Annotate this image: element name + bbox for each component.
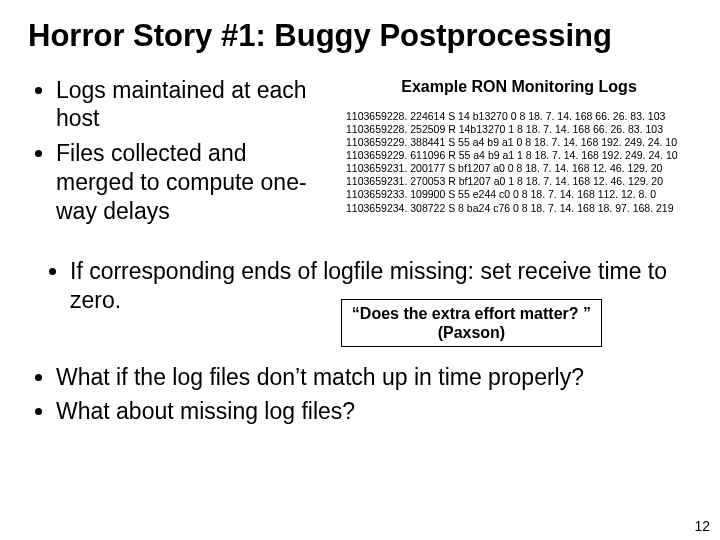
quote-line: “Does the extra effort matter? ” — [352, 304, 591, 323]
bottom-bullet-list: What if the log files don’t match up in … — [28, 363, 692, 427]
log-line: 1103659229. 388441 S 55 a4 b9 a1 0 8 18.… — [346, 136, 692, 149]
left-column: Logs maintained at each host Files colle… — [28, 76, 328, 232]
bullet-item: Files collected and merged to compute on… — [56, 139, 328, 225]
log-block: 1103659228. 224614 S 14 b13270 0 8 18. 7… — [346, 110, 692, 215]
log-line: 1103659234. 308722 S 8 ba24 c76 0 8 18. … — [346, 202, 692, 215]
log-line: 1103659228. 252509 R 14b13270 1 8 18. 7.… — [346, 123, 692, 136]
bullet-item: What if the log files don’t match up in … — [56, 363, 692, 393]
left-bullet-list: Logs maintained at each host Files colle… — [28, 76, 328, 226]
log-line: 1103659231. 200177 S bf1207 a0 0 8 18. 7… — [346, 162, 692, 175]
log-line: 1103659233. 109900 S 55 e244 c0 0 8 18. … — [346, 188, 692, 201]
quote-wrapper: “Does the extra effort matter? ” (Paxson… — [28, 333, 692, 363]
log-line: 1103659229. 611096 R 55 a4 b9 a1 1 8 18.… — [346, 149, 692, 162]
quote-attrib: (Paxson) — [352, 323, 591, 342]
log-line: 1103659231. 270053 R bf1207 a0 1 8 18. 7… — [346, 175, 692, 188]
page-number: 12 — [694, 518, 710, 534]
log-line: 1103659228. 224614 S 14 b13270 0 8 18. 7… — [346, 110, 692, 123]
bullet-item: What about missing log files? — [56, 397, 692, 427]
bottom-area: If corresponding ends of logfile missing… — [28, 257, 692, 426]
bullet-item: Logs maintained at each host — [56, 76, 328, 134]
quote-box: “Does the extra effort matter? ” (Paxson… — [341, 299, 602, 347]
logs-heading: Example RON Monitoring Logs — [346, 78, 692, 96]
right-column: Example RON Monitoring Logs 1103659228. … — [346, 76, 692, 215]
slide-title: Horror Story #1: Buggy Postprocessing — [28, 18, 692, 54]
slide: Horror Story #1: Buggy Postprocessing Lo… — [0, 0, 720, 540]
two-column-area: Logs maintained at each host Files colle… — [28, 76, 692, 232]
